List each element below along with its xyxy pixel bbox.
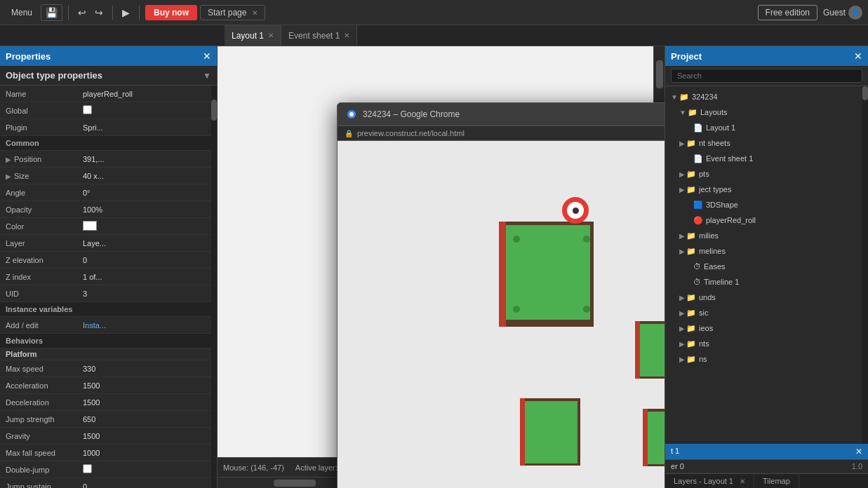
tree-item-unds[interactable]: ▶ 📁 unds xyxy=(665,290,862,305)
position-expand-icon[interactable]: ▶ xyxy=(6,156,11,163)
project-panel-close[interactable]: ✕ xyxy=(854,50,862,62)
bottom-tab-tilemap[interactable]: Tilemap xyxy=(754,474,799,488)
properties-scrollbar[interactable] xyxy=(211,86,217,488)
tab-eventsheet1[interactable]: Event sheet 1 ✕ xyxy=(281,25,357,46)
undo-redo-group: ↩ ↪ xyxy=(74,5,107,20)
layers-tab-close[interactable]: ✕ xyxy=(740,477,745,485)
properties-title-bar: Object type properties ▼ xyxy=(0,66,217,86)
prop-global-value[interactable] xyxy=(83,105,206,116)
tree-item-melines[interactable]: ▶ 📁 melines xyxy=(665,243,862,259)
tree-item-layout1-label: Layout 1 xyxy=(706,123,735,132)
tree-item-sic[interactable]: ▶ 📁 sic xyxy=(665,305,862,320)
double-jump-checkbox[interactable] xyxy=(83,464,92,473)
tree-item-timeline1[interactable]: ⏱ Timeline 1 xyxy=(665,274,862,290)
pts-arrow-icon: ▶ xyxy=(679,170,685,178)
search-area xyxy=(665,66,868,86)
tab-bar: Layout 1 ✕ Event sheet 1 ✕ xyxy=(0,25,868,46)
save-button[interactable]: 💾 xyxy=(41,4,62,21)
tab-layout1[interactable]: Layout 1 ✕ xyxy=(225,25,281,46)
guest-avatar: 👤 xyxy=(848,6,862,20)
acceleration-label: Acceleration xyxy=(6,381,83,390)
global-checkbox[interactable] xyxy=(83,105,92,114)
prop-layer: Layer Laye... xyxy=(0,235,211,252)
tree-item-ject-types[interactable]: ▶ 📁 ject types xyxy=(665,182,862,197)
prop-zindex-value: 1 of... xyxy=(83,273,206,281)
color-swatch[interactable] xyxy=(83,221,97,231)
acceleration-value: 1500 xyxy=(83,381,206,390)
free-edition-button[interactable]: Free edition xyxy=(758,5,817,20)
tree-item-nts[interactable]: ▶ 📁 nts xyxy=(665,336,862,351)
common-section-header: Common xyxy=(0,136,211,151)
selected-item-bar[interactable]: t 1 ✕ xyxy=(665,444,868,459)
max-speed-label: Max speed xyxy=(6,365,83,373)
ject-types-folder-icon: 📁 xyxy=(686,185,696,194)
root-arrow-icon: ▼ xyxy=(671,93,678,101)
tree-item-sheets-label: nt sheets xyxy=(699,139,730,147)
properties-panel-close[interactable]: ✕ xyxy=(203,50,211,62)
project-tree-area: ▼ 📁 324234 ▼ 📁 Layouts 📄 Layout 1 ▶ 📁 nt… xyxy=(665,86,868,444)
tree-item-eventsheet1[interactable]: 📄 Event sheet 1 xyxy=(665,151,862,166)
prop-name-value: playerRed_roll xyxy=(83,90,206,98)
project-panel: Project ✕ ▼ 📁 324234 ▼ 📁 Layouts 📄 xyxy=(665,46,868,488)
prop-zelevation: Z elevation 0 xyxy=(0,252,211,269)
tree-item-ns[interactable]: ▶ 📁 ns xyxy=(665,351,862,367)
project-tree-scrollbar[interactable] xyxy=(862,86,868,444)
prop-layer-value: Laye... xyxy=(83,239,206,248)
size-expand-icon[interactable]: ▶ xyxy=(6,172,11,180)
max-speed-value: 330 xyxy=(83,365,206,373)
prop-name: Name playerRed_roll xyxy=(0,86,211,102)
tree-item-ieos[interactable]: ▶ 📁 ieos xyxy=(665,320,862,336)
project-tree[interactable]: ▼ 📁 324234 ▼ 📁 Layouts 📄 Layout 1 ▶ 📁 nt… xyxy=(665,86,862,444)
preview-box3 xyxy=(635,316,665,383)
tab-eventsheet1-close[interactable]: ✕ xyxy=(344,32,349,39)
buy-now-button[interactable]: Buy now xyxy=(145,5,197,20)
tree-item-root[interactable]: ▼ 📁 324234 xyxy=(665,89,862,104)
undo-button[interactable]: ↩ xyxy=(74,5,90,20)
prop-add-edit: Add / edit Insta... xyxy=(0,317,211,334)
play-button[interactable]: ▶ xyxy=(119,5,133,20)
tree-item-timeline1-label: Timeline 1 xyxy=(704,278,739,286)
tree-item-eases-label: Eases xyxy=(704,262,726,271)
tree-item-sic-label: sic xyxy=(699,309,708,317)
properties-panel-title: Properties xyxy=(6,51,51,62)
bottom-tab-tilemap-label: Tilemap xyxy=(763,477,790,485)
guest-button[interactable]: Guest 👤 xyxy=(817,4,868,22)
instance-link[interactable]: Insta... xyxy=(83,321,106,330)
properties-filter-button[interactable]: ▼ xyxy=(203,71,211,81)
tree-item-playerred[interactable]: 🔴 playerRed_roll xyxy=(665,212,862,228)
tree-item-eases[interactable]: ⏱ Eases xyxy=(665,259,862,274)
tree-item-layouts[interactable]: ▼ 📁 Layouts xyxy=(665,104,862,120)
search-input[interactable] xyxy=(671,69,862,83)
panel-header-controls: ✕ xyxy=(203,50,211,62)
properties-scroll[interactable]: Name playerRed_roll Global Plugin Spri..… xyxy=(0,86,211,488)
tree-item-milies[interactable]: ▶ 📁 milies xyxy=(665,228,862,243)
double-jump-value[interactable] xyxy=(83,464,206,475)
tree-item-ieos-label: ieos xyxy=(699,324,713,332)
preview-box6 xyxy=(643,404,665,470)
prop-angle-label: Angle xyxy=(6,189,83,197)
start-page-close-icon[interactable]: ✕ xyxy=(252,9,258,17)
deceleration-value: 1500 xyxy=(83,398,206,407)
bottom-tab-layers[interactable]: Layers - Layout 1 ✕ xyxy=(665,474,754,488)
properties-panel-header: Properties ✕ xyxy=(0,46,217,66)
tab-layout1-close[interactable]: ✕ xyxy=(268,32,274,39)
game-preview xyxy=(338,141,665,488)
selected-close-button[interactable]: ✕ xyxy=(855,447,862,456)
h-scroll-thumb xyxy=(274,480,316,487)
tree-item-3dshape[interactable]: 🟦 3DShape xyxy=(665,197,862,212)
instance-vars-section-header: Instance variables xyxy=(0,302,211,317)
menu-button[interactable]: Menu xyxy=(6,5,38,20)
tree-item-pts[interactable]: ▶ 📁 pts xyxy=(665,166,862,182)
tree-item-root-label: 324234 xyxy=(692,93,718,101)
tree-item-layout1[interactable]: 📄 Layout 1 xyxy=(665,120,862,135)
start-page-button[interactable]: Start page ✕ xyxy=(200,5,265,20)
properties-scroll-area: Name playerRed_roll Global Plugin Spri..… xyxy=(0,86,217,488)
prop-layer-label: Layer xyxy=(6,239,83,248)
chrome-url[interactable]: preview.construct.net/local.html xyxy=(357,129,465,137)
redo-button[interactable]: ↪ xyxy=(91,5,107,20)
bottom-tab-layers-label: Layers - Layout 1 xyxy=(674,477,733,485)
prop-color-value xyxy=(83,221,206,232)
prop-max-speed: Max speed 330 xyxy=(0,360,211,377)
tree-item-sheets[interactable]: ▶ 📁 nt sheets xyxy=(665,135,862,151)
pb5-front xyxy=(525,401,577,463)
